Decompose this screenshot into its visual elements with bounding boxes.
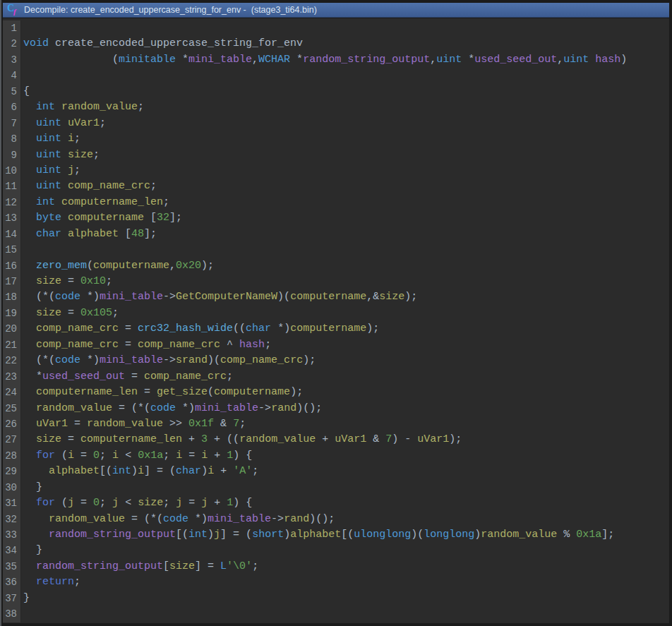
code-text[interactable]	[21, 20, 23, 36]
code-text[interactable]: random_value = (*(code *)mini_table->ran…	[21, 512, 335, 527]
decompiled-code-view[interactable]: 12void create_encoded_uppercase_string_f…	[3, 18, 669, 623]
code-text[interactable]: (*(code *)mini_table->srand)(comp_name_c…	[21, 353, 316, 368]
code-text[interactable]: for (j = 0; j < size; j = j + 1) {	[21, 495, 252, 511]
code-text[interactable]: return;	[21, 574, 80, 590]
code-line[interactable]: 6 int random_value;	[3, 100, 669, 115]
code-line[interactable]: 34 }	[3, 543, 669, 558]
code-text[interactable]	[21, 606, 23, 622]
code-text[interactable]: char alphabet [48];	[21, 227, 157, 242]
code-text[interactable]: byte computername [32];	[21, 210, 182, 226]
code-text[interactable]: random_string_output[(int)j] = (short)al…	[21, 527, 614, 543]
code-line[interactable]: 16 zero_mem(computername,0x20);	[3, 258, 669, 274]
code-line[interactable]: 15	[3, 242, 669, 258]
code-line[interactable]: 23 *used_seed_out = comp_name_crc;	[3, 369, 669, 385]
code-token: =	[125, 371, 144, 383]
code-line[interactable]: 38	[3, 606, 669, 622]
code-text[interactable]: }	[21, 591, 30, 606]
code-token: );	[201, 260, 214, 272]
decompiler-title-bar[interactable]: C f Decompile: create_encoded_uppercase_…	[3, 3, 669, 18]
code-line[interactable]: 29 alphabet[(int)i] = (char)i + 'A';	[3, 464, 669, 479]
code-text[interactable]: uint uVar1;	[21, 116, 106, 131]
code-line[interactable]: 36 return;	[3, 574, 669, 590]
code-line[interactable]: 11 uint comp_name_crc;	[3, 179, 669, 194]
code-text[interactable]	[21, 68, 23, 83]
code-text[interactable]: size = 0x105;	[21, 306, 119, 321]
code-token: +	[316, 433, 335, 445]
code-text[interactable]: void create_encoded_uppercase_string_for…	[21, 36, 303, 52]
code-line[interactable]: 33 random_string_output[(int)j] = (short…	[3, 527, 669, 543]
code-token: int	[112, 465, 131, 477]
code-line[interactable]: 32 random_value = (*(code *)mini_table->…	[3, 512, 669, 527]
code-token: *	[462, 54, 474, 66]
code-text[interactable]: uint j;	[21, 163, 80, 179]
code-token: code	[55, 354, 80, 366]
code-text[interactable]: }	[21, 480, 42, 495]
panel-edge-divider[interactable]	[0, 0, 1, 626]
code-token: int	[36, 101, 55, 113]
code-line[interactable]: 9 uint size;	[3, 148, 669, 163]
line-number: 31	[3, 495, 21, 511]
code-line[interactable]: 27 size = computername_len + 3 + ((rando…	[3, 432, 669, 447]
code-line[interactable]: 25 random_value = (*(code *)mini_table->…	[3, 401, 669, 416]
code-line[interactable]: 19 size = 0x105;	[3, 306, 669, 321]
code-line[interactable]: 30 }	[3, 480, 669, 495]
code-line[interactable]: 37}	[3, 591, 669, 606]
code-text[interactable]: uint i;	[21, 131, 80, 147]
code-text[interactable]: computername_len = get_size(computername…	[21, 385, 303, 400]
code-text[interactable]	[21, 242, 23, 258]
code-token: %	[557, 529, 576, 541]
code-text[interactable]: (minitable *mini_table,WCHAR *random_str…	[21, 52, 627, 68]
code-line[interactable]: 14 char alphabet [48];	[3, 227, 669, 242]
code-token: rand	[284, 513, 309, 525]
code-line[interactable]: 17 size = 0x10;	[3, 274, 669, 289]
code-text[interactable]: }	[21, 543, 42, 558]
code-text[interactable]: uVar1 = random_value >> 0x1f & 7;	[21, 416, 246, 432]
code-token: i	[68, 450, 74, 462]
code-line[interactable]: 1	[3, 20, 669, 36]
code-line[interactable]: 2void create_encoded_uppercase_string_fo…	[3, 36, 669, 52]
code-token: get_size	[157, 386, 208, 398]
code-line[interactable]: 20 comp_name_crc = crc32_hash_wide((char…	[3, 321, 669, 337]
code-line[interactable]: 10 uint j;	[3, 163, 669, 179]
code-token: (	[23, 54, 119, 66]
code-line[interactable]: 7 uint uVar1;	[3, 116, 669, 131]
code-text[interactable]: zero_mem(computername,0x20);	[21, 258, 214, 274]
code-line[interactable]: 26 uVar1 = random_value >> 0x1f & 7;	[3, 416, 669, 432]
code-text[interactable]: size = computername_len + 3 + ((random_v…	[21, 432, 462, 447]
code-line[interactable]: 22 (*(code *)mini_table->srand)(comp_nam…	[3, 353, 669, 368]
code-token: ;	[74, 164, 80, 176]
code-line[interactable]: 4	[3, 68, 669, 83]
code-token: computername	[68, 212, 144, 224]
code-token: random_value	[239, 433, 316, 445]
code-line[interactable]: 24 computername_len = get_size(computern…	[3, 385, 669, 400]
code-text[interactable]: uint comp_name_crc;	[21, 179, 157, 194]
code-text[interactable]: comp_name_crc = comp_name_crc ^ hash;	[21, 337, 271, 353]
code-text[interactable]: (*(code *)mini_table->GetComputerNameW)(…	[21, 289, 417, 305]
code-line[interactable]: 3 (minitable *mini_table,WCHAR *random_s…	[3, 52, 669, 68]
code-text[interactable]: uint size;	[21, 148, 100, 163]
code-text[interactable]: {	[21, 84, 30, 100]
code-text[interactable]: for (i = 0; i < 0x1a; i = i + 1) {	[21, 448, 252, 464]
code-text[interactable]: alphabet[(int)i] = (char)i + 'A';	[21, 464, 258, 479]
code-text[interactable]: size = 0x10;	[21, 274, 112, 289]
code-token: ->	[163, 354, 176, 366]
code-line[interactable]: 35 random_string_output[size] = L'\0';	[3, 559, 669, 574]
code-text[interactable]: int computername_len;	[21, 195, 169, 210]
code-line[interactable]: 13 byte computername [32];	[3, 210, 669, 226]
code-text[interactable]: comp_name_crc = crc32_hash_wide((char *)…	[21, 321, 379, 337]
code-token: size	[68, 149, 93, 161]
code-text[interactable]: *used_seed_out = comp_name_crc;	[21, 369, 233, 385]
code-token: mini_table	[100, 291, 163, 303]
code-line[interactable]: 8 uint i;	[3, 131, 669, 147]
code-text[interactable]: int random_value;	[21, 100, 144, 115]
code-line[interactable]: 18 (*(code *)mini_table->GetComputerName…	[3, 289, 669, 305]
code-line[interactable]: 31 for (j = 0; j < size; j = j + 1) {	[3, 495, 669, 511]
code-line[interactable]: 21 comp_name_crc = comp_name_crc ^ hash;	[3, 337, 669, 353]
code-text[interactable]: random_string_output[size] = L'\0';	[21, 559, 258, 574]
code-line[interactable]: 12 int computername_len;	[3, 195, 669, 210]
code-token: {	[23, 85, 30, 97]
code-line[interactable]: 5{	[3, 84, 669, 100]
code-token: 1	[227, 450, 233, 462]
code-line[interactable]: 28 for (i = 0; i < 0x1a; i = i + 1) {	[3, 448, 669, 464]
code-text[interactable]: random_value = (*(code *)mini_table->ran…	[21, 401, 322, 416]
